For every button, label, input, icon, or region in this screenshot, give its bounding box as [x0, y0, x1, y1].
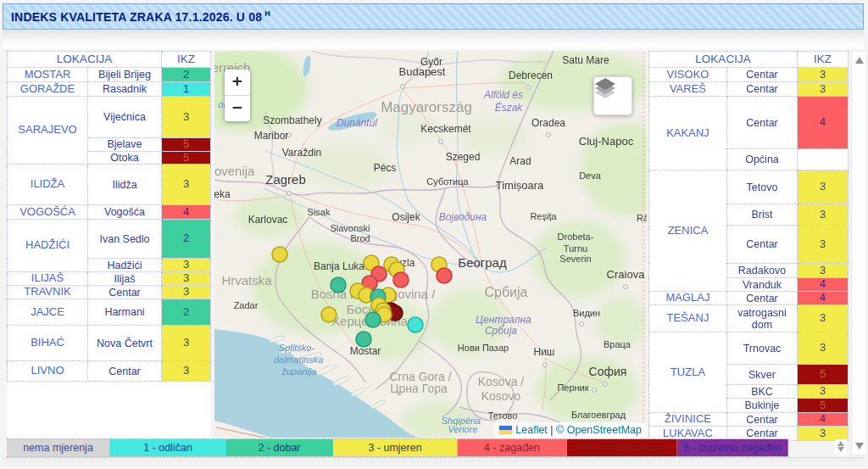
map-label: Budapest	[399, 65, 446, 78]
station-marker[interactable]	[356, 332, 371, 347]
station-cell: Bijeli Brijeg	[88, 68, 162, 82]
map-label: Szombathely	[263, 114, 321, 126]
scroll-up-arrow[interactable]	[855, 57, 864, 64]
ikz-value-cell: 3	[798, 332, 849, 365]
city-cell: VOGOŠĆA	[8, 205, 88, 220]
station-marker[interactable]	[272, 247, 287, 262]
station-cell: Otoka	[88, 151, 162, 165]
legend-item: 5 - vrlo zagađen	[567, 439, 677, 456]
station-marker[interactable]	[365, 312, 381, 327]
station-marker[interactable]	[331, 277, 346, 293]
station-cell: Centar	[727, 292, 798, 305]
ikz-value-cell: 4	[798, 278, 849, 292]
map-label: Zadar	[234, 300, 259, 310]
left-station-table: LOKACIJA IKZ MOSTARBijeli Brijeg2GORAŽDE…	[7, 51, 211, 382]
station-cell: Centar	[727, 413, 798, 427]
layers-control[interactable]	[593, 76, 632, 115]
station-cell: Centar	[727, 226, 798, 264]
leaflet-map[interactable]: ÖsterreichGyőrBudapestSatu MareDebrecenA…	[214, 51, 647, 438]
ikz-value-cell: 3	[798, 82, 849, 97]
table-row: TEŠANJvatrogasni dom3	[649, 305, 849, 332]
map-label: Észak	[495, 101, 524, 114]
legend-item: nema mjerenja	[7, 439, 110, 456]
city-dot	[580, 322, 584, 327]
map-label: Перник	[557, 382, 588, 393]
map-label: Szeged	[446, 151, 481, 163]
page-title: INDEKS KVALITETA ZRAKA 17.1.2026. U 08H	[11, 9, 270, 24]
city-dot	[593, 388, 597, 393]
city-cell: BIHAĆ	[8, 326, 88, 361]
ikz-value-cell: 5	[798, 399, 849, 413]
map-label: Нови Пазар	[458, 343, 509, 353]
leaflet-link[interactable]: Leaflet	[515, 424, 548, 436]
spinner-up-arrow[interactable]	[837, 441, 844, 446]
legend-item: 3 - umjeren	[333, 439, 458, 456]
map-label: Sisak	[308, 207, 331, 217]
station-cell: Centar	[727, 97, 798, 149]
map-label: Maribor	[254, 130, 289, 142]
map-label: Rijeka	[214, 188, 231, 200]
ikz-value-cell: 3	[162, 326, 211, 361]
station-cell: BKC	[727, 385, 798, 399]
city-cell: TEŠANJ	[649, 305, 727, 332]
zoom-in-button[interactable]: +	[225, 70, 250, 95]
city-cell: HADŽIĆI	[8, 220, 88, 272]
city-cell: ILIDŽA	[8, 165, 88, 205]
map-label: София	[589, 365, 627, 378]
station-cell: Centar	[88, 286, 162, 299]
spinner-down-arrow[interactable]	[837, 447, 844, 452]
city-dot	[526, 86, 531, 90]
map-label: Satu Mare	[562, 54, 609, 66]
page-scrollbar[interactable]	[851, 51, 867, 455]
zoom-out-button[interactable]: −	[225, 96, 250, 121]
table-row: TRAVNIKCentar3	[8, 286, 211, 299]
table-row: HADŽIĆIIvan Sedlo2	[8, 220, 211, 259]
station-marker[interactable]	[437, 268, 452, 283]
map-label: Timișoara	[496, 179, 544, 192]
map-label: Војводина	[439, 211, 487, 223]
station-cell: Rasadnik	[88, 82, 162, 97]
city-cell: MOSTAR	[8, 68, 88, 82]
station-cell: Vogošća	[88, 205, 162, 220]
ikz-value-cell: 3	[798, 68, 849, 82]
map-label: Cluj-Napoc	[579, 135, 634, 148]
map-label: Turnu	[564, 243, 587, 254]
map-label: Slovenija	[214, 164, 255, 178]
legend-scroll-spinner[interactable]	[835, 439, 847, 455]
ikz-value-cell: 3	[798, 226, 849, 264]
osm-link[interactable]: © OpenStreetMap	[556, 424, 642, 436]
attribution-separator: |	[550, 424, 553, 436]
station-cell: Trnovac	[727, 332, 798, 365]
ikz-value-cell: 3	[162, 361, 211, 382]
ikz-value-cell: 3	[798, 170, 849, 204]
title-bar: INDEKS KVALITETA ZRAKA 17.1.2026. U 08H	[3, 3, 864, 30]
station-cell: Ivan Sedlo	[88, 220, 162, 259]
ikz-value-cell: 4	[162, 205, 211, 220]
map-label: Drobeta-	[558, 232, 594, 242]
station-cell: Hadžići	[88, 259, 162, 272]
map-attribution: Leaflet | © OpenStreetMap	[494, 422, 647, 438]
ikz-value-cell	[798, 149, 849, 170]
map-label: Alföld és	[483, 89, 523, 101]
station-marker[interactable]	[408, 317, 423, 332]
station-cell: Tetovo	[727, 170, 798, 204]
table-row: BIHAĆNova Četvrt3	[8, 326, 211, 361]
ikz-value-cell: 2	[162, 68, 211, 82]
map-label: Hrvatska	[221, 273, 272, 288]
title-superscript: H	[264, 9, 270, 18]
map-label: Karlovac	[248, 214, 288, 226]
ikz-value-cell: 5	[162, 138, 211, 152]
station-cell: Centar	[88, 361, 162, 382]
table-row: VAREŠCentar3	[649, 82, 849, 97]
scroll-down-arrow[interactable]	[855, 443, 864, 449]
city-dot	[624, 285, 628, 289]
zoom-control: + −	[225, 70, 250, 121]
station-marker[interactable]	[393, 272, 409, 288]
city-cell: VISOKO	[649, 68, 727, 82]
map-label: Severin	[559, 254, 591, 264]
map-label: Ниш	[534, 346, 555, 358]
station-cell: vatrogasni dom	[727, 305, 798, 332]
ikz-value-cell: 3	[798, 305, 849, 332]
table-row: ILIDŽAIlidža3	[8, 165, 211, 205]
station-marker[interactable]	[321, 307, 337, 322]
